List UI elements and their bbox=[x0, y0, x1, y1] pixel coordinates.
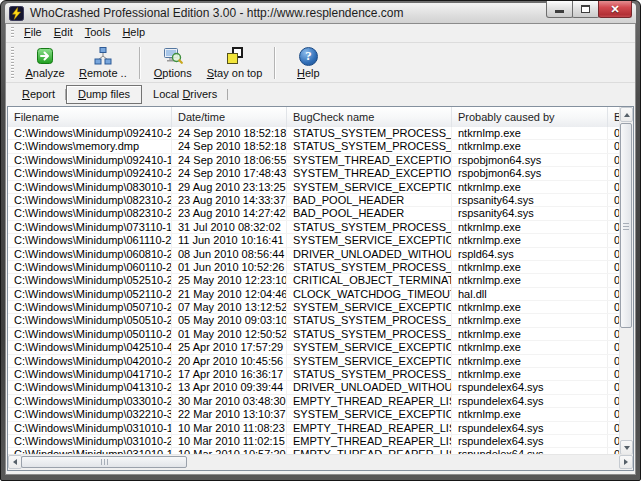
close-icon: ✕ bbox=[610, 3, 619, 16]
options-label: Options bbox=[154, 67, 192, 79]
cell-filename: C:\Windows\Minidump\041710-2463... bbox=[8, 368, 172, 380]
cell-datetime: 24 Sep 2010 18:52:18 bbox=[172, 140, 287, 152]
table-row[interactable]: C:\Windows\Minidump\092410-1828...24 Sep… bbox=[8, 154, 620, 167]
column-header-filename[interactable]: Filename bbox=[8, 107, 172, 127]
close-button[interactable]: ✕ bbox=[598, 1, 632, 18]
table-row[interactable]: C:\Windows\Minidump\083010-1953...29 Aug… bbox=[8, 181, 620, 194]
table-row[interactable]: C:\Windows\Minidump\041710-2463...17 Apr… bbox=[8, 368, 620, 381]
cell-datetime: 30 Mar 2010 03:48:30 bbox=[172, 395, 287, 407]
table-row[interactable]: C:\Windows\Minidump\092410-2154...24 Sep… bbox=[8, 127, 620, 140]
cell-cause: ntkrnlmp.exe bbox=[452, 140, 608, 152]
table-row[interactable]: C:\Windows\Minidump\042510-4360...25 Apr… bbox=[8, 341, 620, 354]
cell-bugcheck: STATUS_SYSTEM_PROCESS_TERMI... bbox=[287, 328, 452, 340]
cell-cause: rspobjmon64.sys bbox=[452, 154, 608, 166]
cell-filename: C:\Windows\Minidump\052510-2182... bbox=[8, 274, 172, 286]
window-controls: ✕ bbox=[547, 1, 632, 18]
cell-bugcheck: DRIVER_UNLOADED_WITHOUT_CA... bbox=[287, 248, 452, 260]
column-header-bugcheck[interactable]: BugCheck name bbox=[287, 107, 452, 127]
menu-help[interactable]: Help bbox=[116, 24, 151, 42]
menu-file[interactable]: File bbox=[18, 24, 48, 42]
table-row[interactable]: C:\Windows\Minidump\060810-2733...08 Jun… bbox=[8, 248, 620, 261]
cell-datetime: 24 Sep 2010 17:48:43 bbox=[172, 167, 287, 179]
menu-edit[interactable]: Edit bbox=[48, 24, 79, 42]
vertical-scrollbar[interactable] bbox=[619, 107, 633, 455]
cell-datetime: 24 Sep 2010 18:52:18 bbox=[172, 127, 287, 139]
cell-cause: rspundelex64.sys bbox=[452, 422, 608, 434]
menu-tools[interactable]: Tools bbox=[79, 24, 117, 42]
cell-datetime: 29 Aug 2010 23:13:25 bbox=[172, 181, 287, 193]
cell-cause: ntkrnlmp.exe bbox=[452, 328, 608, 340]
table-row[interactable]: C:\Windows\Minidump\060110-2341...01 Jun… bbox=[8, 261, 620, 274]
cell-datetime: 25 Apr 2010 17:57:29 bbox=[172, 341, 287, 353]
table-row[interactable]: C:\Windows\Minidump\061110-2247...11 Jun… bbox=[8, 234, 620, 247]
cell-datetime: 08 Jun 2010 08:56:44 bbox=[172, 248, 287, 260]
cell-cause: ntkrnlmp.exe bbox=[452, 341, 608, 353]
table-row[interactable]: C:\Windows\Minidump\092410-2361...24 Sep… bbox=[8, 167, 620, 180]
vertical-scrollbar-thumb[interactable] bbox=[620, 123, 632, 328]
tab-local-drivers[interactable]: Local Drivers bbox=[142, 85, 228, 104]
scroll-down-arrow-icon[interactable] bbox=[620, 440, 633, 455]
cell-datetime: 13 Apr 2010 09:39:44 bbox=[172, 381, 287, 393]
cell-datetime: 10 Mar 2010 11:02:15 bbox=[172, 435, 287, 447]
table-row[interactable]: C:\Windows\Minidump\050710-2661...07 May… bbox=[8, 301, 620, 314]
remote-button[interactable]: Remote .. bbox=[72, 44, 134, 82]
table-row[interactable]: C:\Windows\Minidump\082310-2549...23 Aug… bbox=[8, 194, 620, 207]
cell-bugcheck: STATUS_SYSTEM_PROCESS_TERMI... bbox=[287, 221, 452, 233]
horizontal-scrollbar-thumb[interactable] bbox=[21, 456, 187, 468]
cell-filename: C:\Windows\Minidump\041310-2675... bbox=[8, 381, 172, 393]
cell-filename: C:\Windows\Minidump\061110-2247... bbox=[8, 234, 172, 246]
cell-filename: C:\Windows\Minidump\042510-4360... bbox=[8, 341, 172, 353]
cell-filename: C:\Windows\Minidump\031010-2176... bbox=[8, 435, 172, 447]
cell-cause: ntkrnlmp.exe bbox=[452, 301, 608, 313]
table-row[interactable]: C:\Windows\Minidump\041310-2675...13 Apr… bbox=[8, 381, 620, 394]
stay-on-top-button[interactable]: Stay on top bbox=[200, 44, 270, 82]
cell-filename: C:\Windows\Minidump\050710-2661... bbox=[8, 301, 172, 313]
table-row[interactable]: C:\Windows\Minidump\052110-2581...21 May… bbox=[8, 288, 620, 301]
table-row[interactable]: C:\Windows\Minidump\050510-2400...05 May… bbox=[8, 314, 620, 327]
cell-cause: ntkrnlmp.exe bbox=[452, 181, 608, 193]
cell-bugcheck: SYSTEM_SERVICE_EXCEPTION bbox=[287, 181, 452, 193]
column-header-datetime[interactable]: Date/time bbox=[172, 107, 287, 127]
table-row[interactable]: C:\Windows\Minidump\082310-2269...23 Aug… bbox=[8, 207, 620, 220]
cell-cause: ntkrnlmp.exe bbox=[452, 355, 608, 367]
scroll-left-arrow-icon[interactable] bbox=[8, 455, 22, 469]
table-row[interactable]: C:\Windows\Minidump\031010-1567...10 Mar… bbox=[8, 422, 620, 435]
table-row[interactable]: C:\Windows\Minidump\042010-2822...20 Apr… bbox=[8, 355, 620, 368]
tab-bar: Report Dump files Local Drivers bbox=[6, 83, 635, 106]
table-row[interactable]: C:\Windows\Minidump\031010-2176...10 Mar… bbox=[8, 435, 620, 448]
cell-filename: C:\Windows\Minidump\050110-2257... bbox=[8, 328, 172, 340]
menubar-gripper-handle[interactable] bbox=[11, 27, 14, 39]
cell-filename: C:\Windows\Minidump\082310-2549... bbox=[8, 194, 172, 206]
cell-bugcheck: SYSTEM_SERVICE_EXCEPTION bbox=[287, 355, 452, 367]
cell-bugcheck: SYSTEM_SERVICE_EXCEPTION bbox=[287, 408, 452, 420]
horizontal-scrollbar[interactable] bbox=[8, 454, 633, 470]
table-row[interactable]: C:\Windows\memory.dmp24 Sep 2010 18:52:1… bbox=[8, 140, 620, 153]
remote-label: Remote .. bbox=[79, 67, 127, 79]
cell-bugcheck: STATUS_SYSTEM_PROCESS_TERMI... bbox=[287, 127, 452, 139]
cell-bugcheck: SYSTEM_THREAD_EXCEPTION_NOT... bbox=[287, 154, 452, 166]
toolbar-separator bbox=[274, 47, 276, 79]
tab-dump-files[interactable]: Dump files bbox=[66, 85, 142, 104]
scroll-up-arrow-icon[interactable] bbox=[620, 107, 633, 122]
cell-filename: C:\Windows\Minidump\092410-1828... bbox=[8, 154, 172, 166]
table-row[interactable]: C:\Windows\Minidump\052510-2182...25 May… bbox=[8, 274, 620, 287]
column-header-cause[interactable]: Probably caused by bbox=[452, 107, 608, 127]
maximize-button[interactable] bbox=[572, 1, 599, 18]
table-row[interactable]: C:\Windows\Minidump\032210-3154...22 Mar… bbox=[8, 408, 620, 421]
options-button[interactable]: Options bbox=[146, 44, 200, 82]
analyze-button[interactable]: Analyze bbox=[18, 44, 72, 82]
scroll-right-arrow-icon[interactable] bbox=[619, 455, 633, 469]
cell-filename: C:\Windows\Minidump\060110-2341... bbox=[8, 261, 172, 273]
cell-datetime: 10 Mar 2010 11:08:23 bbox=[172, 422, 287, 434]
cell-bugcheck: EMPTY_THREAD_REAPER_LIST bbox=[287, 435, 452, 447]
cell-cause: rspundelex64.sys bbox=[452, 381, 608, 393]
cell-cause: rspundelex64.sys bbox=[452, 395, 608, 407]
cell-filename: C:\Windows\Minidump\042010-2822... bbox=[8, 355, 172, 367]
minimize-button[interactable] bbox=[546, 1, 573, 18]
tab-report[interactable]: Report bbox=[11, 85, 66, 104]
table-row[interactable]: C:\Windows\Minidump\033010-2630...30 Mar… bbox=[8, 395, 620, 408]
table-row[interactable]: C:\Windows\Minidump\050110-2257...01 May… bbox=[8, 328, 620, 341]
table-row[interactable]: C:\Windows\Minidump\073110-1552...31 Jul… bbox=[8, 221, 620, 234]
toolbar-gripper-handle[interactable] bbox=[11, 47, 14, 79]
help-button[interactable]: ? Help bbox=[281, 44, 335, 82]
